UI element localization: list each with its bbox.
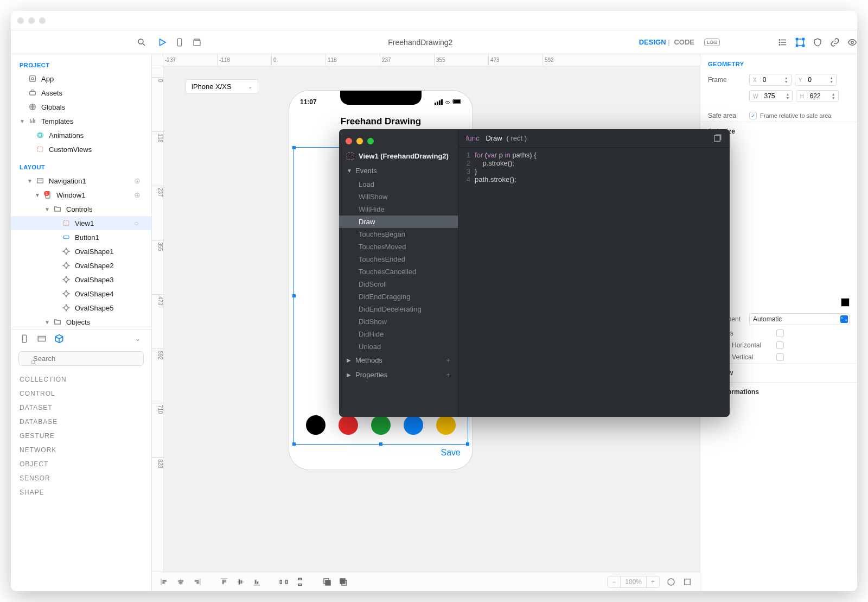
frame-x-field[interactable]: X▲▼ xyxy=(749,74,792,86)
item-action[interactable]: ⊕ xyxy=(134,176,143,185)
handle-br[interactable] xyxy=(466,442,469,446)
add-method-button[interactable]: + xyxy=(446,356,450,364)
shield-icon[interactable] xyxy=(813,37,822,47)
search-icon[interactable] xyxy=(137,37,146,47)
color-swatch[interactable] xyxy=(339,415,358,435)
frame-w-input[interactable] xyxy=(762,92,786,100)
sidebar-item-button1[interactable]: Button1 xyxy=(11,230,151,244)
bring-front-icon[interactable] xyxy=(339,577,348,587)
event-touchesended[interactable]: TouchesEnded xyxy=(339,253,458,265)
filter-device-icon[interactable] xyxy=(20,334,29,344)
event-load[interactable]: Load xyxy=(339,178,458,191)
frame-y-input[interactable] xyxy=(806,76,829,84)
category-gesture[interactable]: GESTURE xyxy=(20,429,143,443)
sidebar-item-assets[interactable]: Assets xyxy=(11,86,151,100)
frame-h-input[interactable] xyxy=(808,92,832,100)
frame-h-field[interactable]: H▲▼ xyxy=(796,90,838,102)
event-didenddragging[interactable]: DidEndDragging xyxy=(339,290,458,303)
event-didshow[interactable]: DidShow xyxy=(339,315,458,328)
item-action[interactable]: ⊕ xyxy=(134,191,143,199)
category-network[interactable]: NETWORK xyxy=(20,443,143,457)
align-center-v-icon[interactable] xyxy=(235,577,245,587)
event-willshow[interactable]: WillShow xyxy=(339,191,458,203)
handle-lc[interactable] xyxy=(292,294,296,297)
event-draw[interactable]: Draw xyxy=(339,216,458,228)
color-swatch[interactable] xyxy=(436,415,456,435)
save-button[interactable]: Save xyxy=(441,448,461,458)
align-center-h-icon[interactable] xyxy=(176,577,186,587)
category-sensor[interactable]: SENSOR xyxy=(20,471,143,485)
category-control[interactable]: CONTROL xyxy=(20,386,143,401)
sidebar-item-ovalshape2[interactable]: OvalShape2 xyxy=(11,258,151,273)
zoom-out-button[interactable]: − xyxy=(608,576,620,587)
search-input[interactable] xyxy=(18,351,144,366)
category-dataset[interactable]: DATASET xyxy=(20,401,143,415)
color-swatch[interactable] xyxy=(371,415,391,435)
event-touchesmoved[interactable]: TouchesMoved xyxy=(339,240,458,253)
align-left-icon[interactable] xyxy=(159,577,169,587)
bounce-v-checkbox[interactable] xyxy=(776,353,784,361)
event-touchesbegan[interactable]: TouchesBegan xyxy=(339,228,458,240)
properties-section[interactable]: ▶Properties+ xyxy=(339,367,458,382)
color-swatch[interactable] xyxy=(306,415,326,435)
sidebar-item-objects[interactable]: ▼Objects xyxy=(11,315,151,329)
sidebar-item-view1[interactable]: View1○ xyxy=(11,216,151,230)
sidebar-item-controls[interactable]: ▼Controls xyxy=(11,202,151,216)
event-didhide[interactable]: DidHide xyxy=(339,328,458,340)
frame-w-field[interactable]: W▲▼ xyxy=(749,90,793,102)
code-lines[interactable]: for (var p in paths) { p.stroke();}path.… xyxy=(475,151,730,414)
frame-y-field[interactable]: Y▲▼ xyxy=(795,74,837,86)
log-button[interactable]: LOG xyxy=(704,39,720,46)
close-icon[interactable] xyxy=(17,17,24,24)
category-object[interactable]: OBJECT xyxy=(20,457,143,471)
expand-icon[interactable] xyxy=(682,577,692,587)
sidebar-item-ovalshape3[interactable]: OvalShape3 xyxy=(11,273,151,287)
code-editor-popup[interactable]: View1 (FreehandDrawing2) ▼Events LoadWil… xyxy=(339,129,730,417)
chevron-down-icon[interactable]: ⌄ xyxy=(133,334,143,344)
mode-switch[interactable]: DESIGN | CODE xyxy=(639,38,700,46)
fit-icon[interactable] xyxy=(666,577,676,587)
frame-x-input[interactable] xyxy=(761,76,784,84)
filter-layout-icon[interactable] xyxy=(37,334,47,344)
align-right-icon[interactable] xyxy=(192,577,202,587)
adjustment-select[interactable]: Automatic ⌃⌄ xyxy=(749,313,850,325)
distribute-h-icon[interactable] xyxy=(279,577,289,587)
mode-design[interactable]: DESIGN xyxy=(639,38,666,46)
safearea-checkbox[interactable]: ✓ xyxy=(749,112,757,119)
code-body[interactable]: 1234 for (var p in paths) { p.stroke();}… xyxy=(458,148,730,417)
category-collection[interactable]: COLLECTION xyxy=(20,372,143,386)
handle-tl[interactable] xyxy=(292,146,296,149)
search-box[interactable] xyxy=(18,351,144,366)
color-swatch[interactable] xyxy=(404,415,423,435)
handle-bl[interactable] xyxy=(292,442,296,446)
sidebar-item-animations[interactable]: Animations xyxy=(11,128,151,142)
zoom-control[interactable]: − 100% + xyxy=(607,576,660,588)
archive-icon[interactable] xyxy=(192,37,202,47)
color-swatch[interactable] xyxy=(841,298,850,307)
popup-maximize-icon[interactable] xyxy=(367,138,374,144)
send-back-icon[interactable] xyxy=(322,577,332,587)
category-shape[interactable]: SHAPE xyxy=(20,485,143,499)
play-icon[interactable] xyxy=(157,37,167,47)
popup-close-icon[interactable] xyxy=(346,138,352,144)
device-icon[interactable] xyxy=(175,37,184,47)
item-action[interactable]: ○ xyxy=(134,219,143,227)
sidebar-item-ovalshape1[interactable]: OvalShape1 xyxy=(11,244,151,258)
sidebar-item-customviews[interactable]: CustomViews xyxy=(11,142,151,156)
sidebar-item-globals[interactable]: Globals xyxy=(11,100,151,114)
minimize-icon[interactable] xyxy=(28,17,35,24)
bounces-checkbox[interactable] xyxy=(776,329,784,337)
link-icon[interactable] xyxy=(830,37,840,47)
popout-icon[interactable] xyxy=(712,134,722,143)
events-section[interactable]: ▼Events xyxy=(339,163,458,178)
category-database[interactable]: DATABASE xyxy=(20,415,143,429)
bounce-h-checkbox[interactable] xyxy=(776,341,784,349)
methods-section[interactable]: ▶Methods+ xyxy=(339,353,458,367)
list-icon[interactable] xyxy=(778,37,788,47)
align-top-icon[interactable] xyxy=(219,577,229,587)
handle-bc[interactable] xyxy=(379,442,382,446)
event-didscroll[interactable]: DidScroll xyxy=(339,278,458,290)
distribute-v-icon[interactable] xyxy=(295,577,305,587)
event-didenddecelerating[interactable]: DidEndDecelerating xyxy=(339,303,458,315)
sidebar-item-navigation1[interactable]: ▼Navigation1⊕ xyxy=(11,174,151,188)
